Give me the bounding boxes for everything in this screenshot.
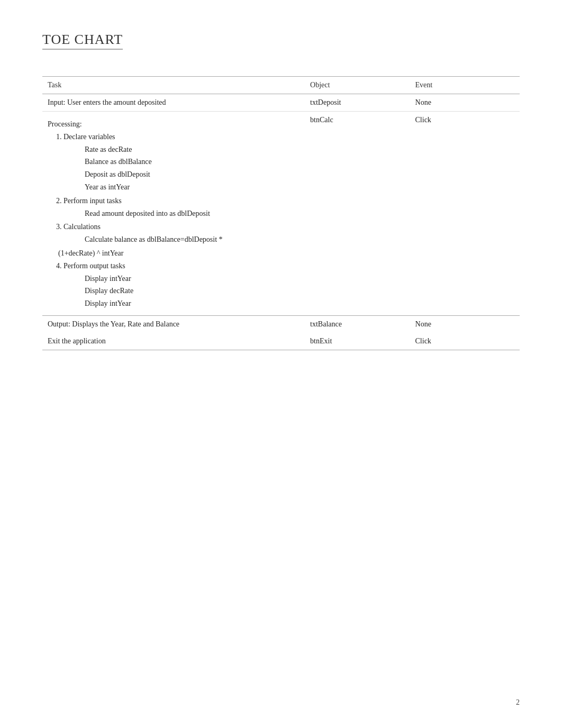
table-row-output: Output: Displays the Year, Rate and Bala… [42, 315, 520, 333]
proc-sub-item: Read amount deposited into as dblDeposit [85, 207, 300, 220]
event-processing: Click [410, 112, 520, 316]
object-input: txtDeposit [305, 94, 410, 112]
proc-sub-item: Rate as decRate [85, 143, 300, 156]
proc-sub-item: Display decRate [85, 285, 300, 297]
proc-title: Processing: [48, 120, 82, 128]
list-item: Perform input tasks Read amount deposite… [64, 195, 300, 220]
list-item: Calculations Calculate balance as dblBal… [64, 221, 300, 246]
header-task: Task [42, 77, 305, 94]
table-header-row: Task Object Event [42, 77, 520, 94]
proc-inline: (1+decRate) ^ intYear [58, 247, 300, 260]
object-output: txtBalance [305, 315, 410, 333]
processing-list: Declare variables Rate as decRate Balanc… [58, 131, 300, 246]
proc-sub-item: Display intYear [85, 297, 300, 310]
task-exit: Exit the application [42, 333, 305, 350]
task-processing: Processing: Declare variables Rate as de… [42, 112, 305, 316]
task-output: Output: Displays the Year, Rate and Bala… [42, 315, 305, 333]
event-output: None [410, 315, 520, 333]
event-exit: Click [410, 333, 520, 350]
page-title: TOE CHART [42, 32, 123, 50]
toe-table: Task Object Event Input: User enters the… [42, 76, 520, 350]
proc-sub-item: Display intYear [85, 272, 300, 285]
object-processing: btnCalc [305, 112, 410, 316]
proc-item-label: Calculations [64, 223, 101, 231]
page-number: 2 [516, 698, 520, 707]
list-item: Declare variables Rate as decRate Balanc… [64, 131, 300, 194]
proc-item-label: Perform input tasks [64, 197, 122, 205]
list-item: Perform output tasks Display intYear Dis… [64, 260, 300, 310]
proc-sub-item: Deposit as dblDeposit [85, 168, 300, 181]
proc-item-label: Declare variables [64, 133, 115, 141]
page-container: TOE CHART Task Object Event Input: User … [0, 0, 562, 393]
table-row-exit: Exit the application btnExit Click [42, 333, 520, 350]
proc-sub-item: Balance as dblBalance [85, 156, 300, 168]
processing-block: Processing: Declare variables Rate as de… [48, 116, 300, 310]
proc-sub-item: Year as intYear [85, 181, 300, 194]
processing-list-cont: Perform output tasks Display intYear Dis… [58, 260, 300, 310]
header-object: Object [305, 77, 410, 94]
task-input: Input: User enters the amount deposited [42, 94, 305, 112]
proc-sub-item: Calculate balance as dblBalance=dblDepos… [85, 233, 300, 246]
table-row-processing: Processing: Declare variables Rate as de… [42, 112, 520, 316]
object-exit: btnExit [305, 333, 410, 350]
event-input: None [410, 94, 520, 112]
header-event: Event [410, 77, 520, 94]
table-row: Input: User enters the amount deposited … [42, 94, 520, 112]
proc-item-label: Perform output tasks [64, 262, 125, 270]
